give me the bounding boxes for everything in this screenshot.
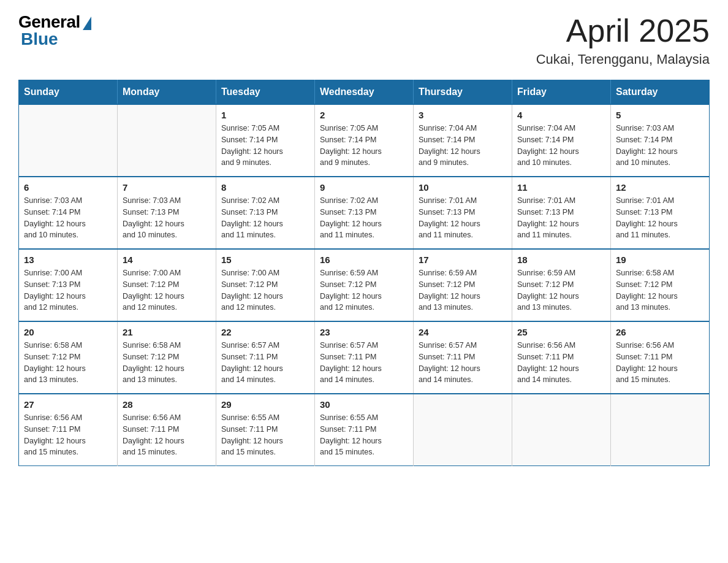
calendar-cell: 4Sunrise: 7:04 AMSunset: 7:14 PMDaylight… [512, 104, 611, 177]
calendar-cell [118, 104, 216, 177]
day-of-week-header: Thursday [414, 80, 512, 105]
calendar-cell [611, 394, 710, 466]
day-info: Sunrise: 6:56 AMSunset: 7:11 PMDaylight:… [24, 412, 112, 458]
day-info: Sunrise: 6:55 AMSunset: 7:11 PMDaylight:… [320, 412, 408, 458]
day-info: Sunrise: 7:00 AMSunset: 7:12 PMDaylight:… [123, 267, 211, 313]
calendar-cell: 2Sunrise: 7:05 AMSunset: 7:14 PMDaylight… [315, 104, 414, 177]
day-number: 24 [419, 327, 507, 337]
day-info: Sunrise: 7:00 AMSunset: 7:12 PMDaylight:… [221, 267, 309, 313]
day-info: Sunrise: 7:05 AMSunset: 7:14 PMDaylight:… [221, 123, 309, 169]
day-info: Sunrise: 7:04 AMSunset: 7:14 PMDaylight:… [517, 123, 605, 169]
logo-triangle-icon [83, 17, 91, 30]
calendar-cell [414, 394, 512, 466]
day-number: 30 [320, 399, 408, 410]
day-number: 29 [221, 399, 309, 410]
calendar-cell: 24Sunrise: 6:57 AMSunset: 7:11 PMDayligh… [414, 321, 512, 394]
day-of-week-header: Saturday [611, 80, 710, 105]
day-number: 5 [616, 110, 704, 120]
day-info: Sunrise: 6:56 AMSunset: 7:11 PMDaylight:… [123, 412, 211, 458]
day-number: 1 [221, 110, 309, 120]
calendar-cell: 5Sunrise: 7:03 AMSunset: 7:14 PMDaylight… [611, 104, 710, 177]
calendar-cell: 16Sunrise: 6:59 AMSunset: 7:12 PMDayligh… [315, 249, 414, 321]
calendar-cell: 21Sunrise: 6:58 AMSunset: 7:12 PMDayligh… [118, 321, 216, 394]
day-number: 14 [123, 255, 211, 265]
location-subtitle: Cukai, Terengganu, Malaysia [536, 52, 710, 67]
day-number: 9 [320, 182, 408, 193]
title-section: April 2025 Cukai, Terengganu, Malaysia [536, 12, 710, 67]
day-of-week-header: Tuesday [216, 80, 315, 105]
day-info: Sunrise: 7:01 AMSunset: 7:13 PMDaylight:… [517, 195, 605, 241]
page-header: General Blue April 2025 Cukai, Terenggan… [18, 12, 710, 67]
day-number: 3 [419, 110, 507, 120]
day-info: Sunrise: 7:01 AMSunset: 7:13 PMDaylight:… [616, 195, 704, 241]
calendar-cell: 10Sunrise: 7:01 AMSunset: 7:13 PMDayligh… [414, 177, 512, 249]
day-info: Sunrise: 6:59 AMSunset: 7:12 PMDaylight:… [320, 267, 408, 313]
calendar-cell: 27Sunrise: 6:56 AMSunset: 7:11 PMDayligh… [19, 394, 118, 466]
calendar-cell: 25Sunrise: 6:56 AMSunset: 7:11 PMDayligh… [512, 321, 611, 394]
calendar-cell: 22Sunrise: 6:57 AMSunset: 7:11 PMDayligh… [216, 321, 315, 394]
day-info: Sunrise: 6:55 AMSunset: 7:11 PMDaylight:… [221, 412, 309, 458]
day-info: Sunrise: 7:04 AMSunset: 7:14 PMDaylight:… [419, 123, 507, 169]
day-number: 22 [221, 327, 309, 337]
day-number: 12 [616, 182, 704, 193]
calendar-cell: 17Sunrise: 6:59 AMSunset: 7:12 PMDayligh… [414, 249, 512, 321]
day-of-week-header: Sunday [19, 80, 118, 105]
day-number: 10 [419, 182, 507, 193]
calendar-cell: 28Sunrise: 6:56 AMSunset: 7:11 PMDayligh… [118, 394, 216, 466]
calendar-cell: 1Sunrise: 7:05 AMSunset: 7:14 PMDaylight… [216, 104, 315, 177]
day-number: 13 [24, 255, 112, 265]
calendar-cell: 11Sunrise: 7:01 AMSunset: 7:13 PMDayligh… [512, 177, 611, 249]
day-number: 6 [24, 182, 112, 193]
day-info: Sunrise: 6:57 AMSunset: 7:11 PMDaylight:… [221, 340, 309, 386]
calendar-week-row: 20Sunrise: 6:58 AMSunset: 7:12 PMDayligh… [19, 321, 710, 394]
calendar-cell: 6Sunrise: 7:03 AMSunset: 7:14 PMDaylight… [19, 177, 118, 249]
day-number: 8 [221, 182, 309, 193]
calendar-header-row: SundayMondayTuesdayWednesdayThursdayFrid… [19, 80, 710, 105]
day-number: 21 [123, 327, 211, 337]
day-number: 19 [616, 255, 704, 265]
day-info: Sunrise: 6:58 AMSunset: 7:12 PMDaylight:… [24, 340, 112, 386]
day-info: Sunrise: 6:57 AMSunset: 7:11 PMDaylight:… [419, 340, 507, 386]
calendar-cell: 20Sunrise: 6:58 AMSunset: 7:12 PMDayligh… [19, 321, 118, 394]
calendar-cell: 3Sunrise: 7:04 AMSunset: 7:14 PMDaylight… [414, 104, 512, 177]
day-info: Sunrise: 6:59 AMSunset: 7:12 PMDaylight:… [419, 267, 507, 313]
main-title: April 2025 [536, 12, 710, 49]
day-info: Sunrise: 6:56 AMSunset: 7:11 PMDaylight:… [616, 340, 704, 386]
calendar-week-row: 13Sunrise: 7:00 AMSunset: 7:13 PMDayligh… [19, 249, 710, 321]
logo: General Blue [18, 12, 91, 49]
day-info: Sunrise: 7:01 AMSunset: 7:13 PMDaylight:… [419, 195, 507, 241]
day-number: 25 [517, 327, 605, 337]
day-number: 15 [221, 255, 309, 265]
day-info: Sunrise: 6:58 AMSunset: 7:12 PMDaylight:… [123, 340, 211, 386]
day-info: Sunrise: 7:00 AMSunset: 7:13 PMDaylight:… [24, 267, 112, 313]
calendar-cell: 23Sunrise: 6:57 AMSunset: 7:11 PMDayligh… [315, 321, 414, 394]
day-of-week-header: Monday [118, 80, 216, 105]
calendar-cell: 13Sunrise: 7:00 AMSunset: 7:13 PMDayligh… [19, 249, 118, 321]
logo-blue-text: Blue [18, 29, 58, 49]
day-number: 26 [616, 327, 704, 337]
day-number: 17 [419, 255, 507, 265]
calendar-table: SundayMondayTuesdayWednesdayThursdayFrid… [18, 80, 710, 466]
day-number: 20 [24, 327, 112, 337]
day-number: 16 [320, 255, 408, 265]
calendar-cell: 7Sunrise: 7:03 AMSunset: 7:13 PMDaylight… [118, 177, 216, 249]
calendar-cell: 14Sunrise: 7:00 AMSunset: 7:12 PMDayligh… [118, 249, 216, 321]
calendar-cell: 8Sunrise: 7:02 AMSunset: 7:13 PMDaylight… [216, 177, 315, 249]
calendar-cell: 9Sunrise: 7:02 AMSunset: 7:13 PMDaylight… [315, 177, 414, 249]
day-info: Sunrise: 7:03 AMSunset: 7:14 PMDaylight:… [616, 123, 704, 169]
day-of-week-header: Friday [512, 80, 611, 105]
day-info: Sunrise: 7:03 AMSunset: 7:14 PMDaylight:… [24, 195, 112, 241]
day-number: 28 [123, 399, 211, 410]
day-number: 2 [320, 110, 408, 120]
calendar-cell: 19Sunrise: 6:58 AMSunset: 7:12 PMDayligh… [611, 249, 710, 321]
calendar-week-row: 6Sunrise: 7:03 AMSunset: 7:14 PMDaylight… [19, 177, 710, 249]
calendar-cell [19, 104, 118, 177]
day-of-week-header: Wednesday [315, 80, 414, 105]
day-info: Sunrise: 7:03 AMSunset: 7:13 PMDaylight:… [123, 195, 211, 241]
calendar-week-row: 27Sunrise: 6:56 AMSunset: 7:11 PMDayligh… [19, 394, 710, 466]
day-info: Sunrise: 6:56 AMSunset: 7:11 PMDaylight:… [517, 340, 605, 386]
day-info: Sunrise: 7:05 AMSunset: 7:14 PMDaylight:… [320, 123, 408, 169]
day-number: 18 [517, 255, 605, 265]
day-number: 27 [24, 399, 112, 410]
day-number: 7 [123, 182, 211, 193]
